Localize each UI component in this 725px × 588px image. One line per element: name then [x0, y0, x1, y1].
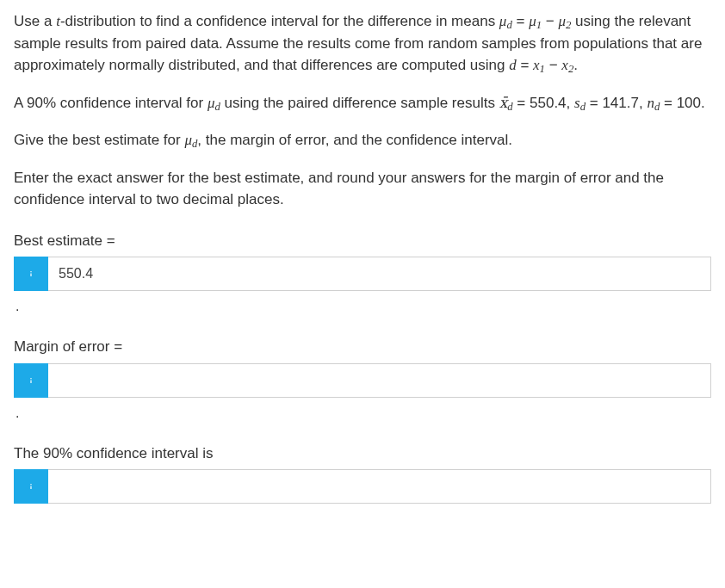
best-estimate-input[interactable] — [48, 257, 711, 291]
margin-of-error-label: Margin of error = — [14, 336, 711, 358]
info-icon — [25, 268, 37, 280]
margin-of-error-row — [14, 363, 711, 398]
info-icon — [25, 480, 37, 492]
info-icon-button[interactable] — [14, 257, 48, 291]
info-icon-button[interactable] — [14, 469, 48, 504]
best-estimate-row — [14, 257, 711, 291]
margin-of-error-input[interactable] — [48, 363, 711, 398]
statement-paragraph: A 90% confidence interval for μd using t… — [14, 92, 711, 115]
info-icon-button[interactable] — [14, 363, 48, 398]
instructions-paragraph: Enter the exact answer for the best esti… — [14, 167, 711, 211]
confidence-interval-label: The 90% confidence interval is — [14, 443, 711, 465]
info-icon — [25, 374, 37, 387]
ask-paragraph: Give the best estimate for μd, the margi… — [14, 129, 711, 152]
intro-paragraph: Use a t-distribution to find a confidenc… — [14, 10, 711, 77]
period-text: . — [15, 296, 711, 317]
best-estimate-label: Best estimate = — [14, 230, 711, 252]
period-text: . — [15, 403, 711, 424]
confidence-interval-row — [14, 469, 711, 504]
confidence-interval-lower-input[interactable] — [48, 469, 711, 504]
